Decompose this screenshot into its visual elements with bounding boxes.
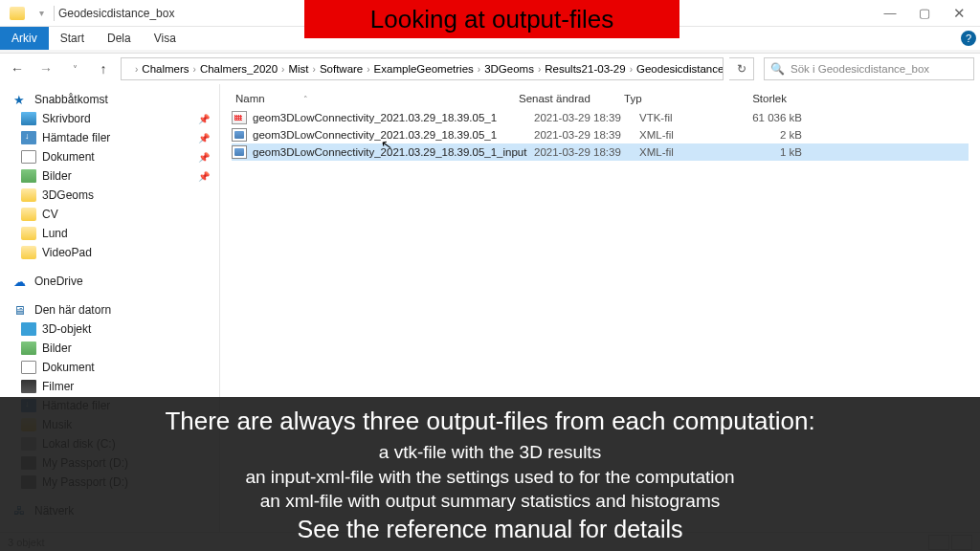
breadcrumb-item[interactable]: Chalmers_2020 [200,63,278,75]
file-type: VTK-fil [639,112,725,123]
chevron-right-icon: › [538,64,541,75]
breadcrumb-item[interactable]: Mist [288,63,308,75]
recent-dropdown[interactable]: ˅ [63,57,86,80]
cloud-icon: ☁ [13,275,29,288]
folder-icon [10,7,25,20]
item-icon [21,169,36,183]
chevron-right-icon: › [313,64,316,75]
sidebar-item-label: Lund [42,227,68,240]
sidebar-item[interactable]: Skrivbord📌 [0,109,219,128]
minimize-button[interactable]: — [873,2,907,25]
sidebar-item-label: Bilder [42,169,72,183]
sidebar-item-label: 3D-objekt [42,322,91,336]
breadcrumb-item[interactable]: Geodesicdistance_box [636,63,724,75]
search-placeholder: Sök i Geodesicdistance_box [791,63,929,75]
pin-icon: 📌 [198,171,210,182]
col-header-type[interactable]: Typ [624,93,710,104]
pin-icon: 📌 [198,133,210,143]
sidebar-item[interactable]: 3DGeoms [0,186,219,205]
tab-start[interactable]: Start [49,27,96,50]
divider [54,6,55,21]
sidebar-item-label: VideoPad [42,246,92,259]
sidebar-item-label: Dokument [42,150,95,164]
sidebar-item[interactable]: Dokument📌 [0,147,219,166]
chevron-right-icon: › [193,64,196,75]
sidebar-this-pc[interactable]: 🖥Den här datorn [0,300,219,320]
help-button[interactable]: ? [957,27,980,50]
sidebar-item-label: Bilder [42,342,72,355]
file-name: geom3DLowConnectivity_2021.03.29_18.39.0… [253,112,534,123]
sidebar-item[interactable]: Lund [0,224,219,243]
file-icon [232,145,247,159]
caption-line: an input-xml-file with the settings used… [15,465,965,490]
sidebar-label: Snabbåtkomst [34,93,108,106]
sidebar-item-label: Dokument [42,361,95,374]
chevron-right-icon: › [478,64,480,75]
qat-dropdown-icon[interactable]: ▾ [33,5,50,22]
file-row[interactable]: geom3DLowConnectivity_2021.03.29_18.39.0… [232,126,969,143]
close-button[interactable]: ✕ [942,2,976,25]
tab-visa[interactable]: Visa [143,27,188,50]
caption-line: an xml-file with output summary statisti… [15,489,965,514]
file-type: XML-fil [639,129,725,141]
chevron-right-icon: › [367,64,369,75]
pc-icon: 🖥 [13,303,29,317]
item-icon [21,246,36,259]
sidebar-item[interactable]: CV [0,205,219,224]
breadcrumb-item[interactable]: ExampleGeometries [374,63,474,75]
file-row[interactable]: geom3DLowConnectivity_2021.03.29_18.39.0… [232,109,969,126]
breadcrumb-item[interactable]: Software [320,63,363,75]
file-size: 1 kB [725,146,802,158]
file-date: 2021-03-29 18:39 [534,112,639,123]
file-icon [232,111,247,124]
col-header-date[interactable]: Senast ändrad [519,93,624,104]
search-input[interactable]: 🔍 Sök i Geodesicdistance_box [764,57,974,80]
tab-dela[interactable]: Dela [96,27,143,50]
chevron-right-icon: › [281,64,284,75]
breadcrumb-item[interactable]: Chalmers [142,63,189,75]
breadcrumb[interactable]: › Chalmers› Chalmers_2020› Mist› Softwar… [121,57,724,80]
column-headers: Namn˄ Senast ändrad Typ Storlek [232,88,969,109]
file-row[interactable]: geom3DLowConnectivity_2021.03.29_18.39.0… [232,143,969,161]
maximize-button[interactable]: ▢ [907,2,942,25]
file-size: 2 kB [725,129,802,141]
sidebar-item[interactable]: VideoPad [0,243,219,262]
refresh-button[interactable]: ↻ [729,57,754,80]
sidebar-item-label: Skrivbord [42,112,91,125]
item-icon [21,188,36,202]
sidebar-item[interactable]: Hämtade filer📌 [0,128,219,147]
caption-overlay: There are always three output-files from… [0,397,980,551]
sidebar-onedrive[interactable]: ☁OneDrive [0,272,219,291]
item-icon [21,131,36,144]
item-icon [21,361,36,374]
file-icon [232,128,247,142]
sidebar-item-label: CV [42,208,58,221]
caption-line: a vtk-file with the 3D results [15,440,965,465]
forward-button[interactable]: → [34,57,57,80]
sidebar-item[interactable]: Dokument [0,358,219,377]
chevron-right-icon: › [135,64,138,75]
item-icon [21,322,36,336]
item-icon [21,208,36,221]
up-button[interactable]: ↑ [92,57,115,80]
col-header-size[interactable]: Storlek [710,93,787,104]
sidebar-quick-access[interactable]: ★Snabbåtkomst [0,90,219,109]
sidebar-item[interactable]: Bilder📌 [0,166,219,186]
breadcrumb-item[interactable]: Results21-03-29 [545,63,625,75]
file-date: 2021-03-29 18:39 [534,129,639,141]
star-icon: ★ [13,93,29,106]
breadcrumb-item[interactable]: 3DGeoms [484,63,534,75]
pin-icon: 📌 [198,152,210,163]
sidebar-item[interactable]: Bilder [0,339,219,358]
item-icon [21,150,36,164]
sidebar-label: Den här datorn [34,303,111,317]
item-icon [21,227,36,240]
file-name: geom3DLowConnectivity_2021.03.29_18.39.0… [253,129,534,141]
pin-icon: 📌 [198,114,210,124]
sidebar-item[interactable]: Filmer [0,377,219,396]
file-size: 61 036 kB [725,112,802,123]
tab-arkiv[interactable]: Arkiv [0,27,49,50]
col-header-name[interactable]: Namn˄ [232,93,519,104]
back-button[interactable]: ← [6,57,29,80]
sidebar-item[interactable]: 3D-objekt [0,320,219,339]
